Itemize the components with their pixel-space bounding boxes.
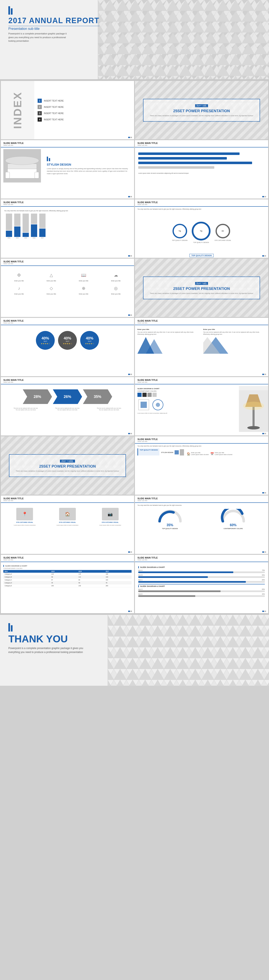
diagram-lamp-title: SLIDE MAIN TITLE [138, 379, 266, 381]
icon-item-7: ⊕ Enter your title [69, 284, 99, 295]
bar-seg-gray-3 [22, 213, 29, 232]
tq-visual-header: SLIDE MAIN TITLE Slide sub title [135, 436, 268, 444]
icons-slide: SLIDE MAIN TITLE Slide sub title ⚙ Enter… [1, 259, 134, 317]
eye-slide: SLIDE MAIN TITLE Slide sub title 📍 EYE-C… [1, 496, 134, 554]
stylish-design-row: STYLISH DESIGN [161, 449, 185, 455]
progress-label-4: Item D [138, 589, 143, 590]
stylish-content-area: STYLISH DESIGN Lorem Ipsum is simply dum… [1, 149, 134, 183]
part-three-box: PART THREE 25SET POWER PRESENTATION Ther… [9, 454, 126, 477]
tri-left: Enter your title You can not be replaced… [138, 328, 200, 355]
cover-content: 2017 ANNUAL REPORT Presentation sub titl… [8, 6, 99, 43]
table-cell-5-3: 230 [77, 584, 104, 587]
eye-box-title-3: EYE-CATCHING VISUAL [102, 522, 118, 523]
eye-box-text-1: Lorem ipsum dolor sit amet consectetur [14, 524, 36, 526]
progress-item-5: Item E 45% [138, 593, 265, 597]
table-header-col2: 2015 [50, 570, 77, 573]
icons-title: SLIDE MAIN TITLE [3, 260, 131, 263]
footer-dot [262, 492, 264, 493]
footer-dot-g [264, 492, 266, 493]
table-header-col4: 2017 [104, 570, 131, 573]
table-header: SLIDE MAIN TITLE Slide sub title [1, 555, 134, 562]
table-cell-4-2: 45 [50, 581, 77, 584]
slide-footer-11 [128, 433, 132, 434]
progress-content: SLEEK DIAGRAM & CHART Item A 75% Item B … [135, 564, 268, 601]
table-header-col3: 2016 [77, 570, 104, 573]
slide-footer-3 [128, 196, 132, 197]
index-num-4: 4 [38, 118, 42, 122]
tq-visual-content: TOP QUALITY DESIGN STYLISH DESIGN 🏠 Ente… [135, 447, 268, 456]
eye-box-3: 📷 EYE-CATCHING VISUAL Lorem ipsum dolor … [90, 508, 131, 526]
calendar-row: 📅 Enter your titleLorem ipsum dolor sit … [210, 449, 232, 455]
table-cell-2-3: 112 [77, 576, 104, 579]
table-row: Category C 67 89 102 [3, 579, 131, 581]
tri-right-text: You can not be replaced with any other t… [203, 331, 266, 336]
diagram-lamp-slide: SLIDE MAIN TITLE Slide sub title SLEEK D… [135, 377, 268, 436]
footer-dot [262, 196, 264, 197]
part-one-desc: There are many variations of passages of… [150, 115, 253, 117]
music-icon: ♪ [15, 284, 23, 293]
gauge-svg-2 [221, 509, 246, 522]
progress-label-5: Item E [138, 593, 143, 595]
svg-rect-29 [175, 450, 179, 455]
top-quality-label: TOP QUALITY DESIGN [189, 254, 213, 257]
barchart-desc: You only need this one fantastic book to… [4, 210, 131, 212]
bar-group-3: 2015 [22, 213, 29, 239]
footer-dot [128, 433, 130, 434]
circle-label-3: EYE CATCHING VISUAL [215, 240, 231, 241]
progress-bar-bg-2 [138, 576, 265, 578]
calendar-icon: 📅 [210, 452, 214, 455]
footer-dot [262, 551, 264, 553]
gauge-item-1: 35% TOP QUALITY DESIGN [157, 509, 183, 529]
tri-right-title: Enter your title [203, 328, 266, 330]
stylish-text: Lorem Ipsum is simply dummy text of the … [47, 167, 129, 175]
home-text: Enter your titleLorem ipsum dolor sit am… [191, 452, 209, 455]
progress-bar-bg-5 [138, 595, 265, 597]
hbars-slide: SLIDE MAIN TITLE Slide sub title Lorem i… [135, 140, 268, 199]
bar-chart-area: 2013 2014 2015 2016 [4, 213, 131, 239]
color-swatches [138, 393, 236, 397]
stylish-design-title: STYLISH DESIGN [47, 163, 129, 166]
circle-label-1: TOP QUALITY DESIGN [172, 240, 187, 241]
eye-box-title-2: EYE-CATCHING VISUAL [59, 522, 76, 523]
gauge-desc: You only need this one fantastic book to… [135, 504, 268, 507]
circle-ring-1: TQ [173, 224, 187, 239]
pct-slide: SLIDE MAIN TITLE Slide sub title 40% TEX… [1, 318, 134, 376]
stylish-slide: SLIDE MAIN TITLE Slide sub title [1, 140, 134, 199]
tri-right: Enter your title You can not be replaced… [203, 328, 266, 355]
stylish-bar-2 [49, 158, 50, 161]
gauge-pct-2: 60% [230, 523, 236, 527]
icon-item-8: ◎ Enter your title [101, 284, 131, 295]
swatch-gray [147, 393, 152, 397]
bar-seg-gray-4 [31, 213, 37, 224]
arrow-header: SLIDE MAIN TITLE Slide sub title [1, 377, 134, 384]
barchart-slide: SLIDE MAIN TITLE Slide sub title You onl… [1, 199, 134, 258]
eye-boxes-area: 📍 EYE-CATCHING VISUAL Lorem ipsum dolor … [1, 504, 134, 529]
circles-sub: Slide sub title [138, 204, 266, 205]
icon-label-5: Enter your title [14, 293, 24, 295]
footer-dot-g [130, 196, 132, 197]
hbars-sub: Slide sub title [138, 144, 266, 146]
data-table: Item 2015 2016 2017 Category A 123 145 1… [3, 570, 131, 587]
shield-icon: ◇ [47, 284, 56, 293]
table-cell-3-2: 67 [50, 579, 77, 581]
arrow-text-area: The text can be replaced with your own t… [1, 407, 134, 411]
arrow-text-2: The text can be replaced with your own t… [55, 407, 80, 411]
target-icon: ◎ [112, 284, 120, 293]
part-three-slide: PART THREE 25SET POWER PRESENTATION Ther… [1, 436, 134, 495]
stylish-sub-title: Slide sub title [3, 144, 131, 146]
pct-label-3: TEXT [88, 340, 91, 342]
slide-footer-12 [262, 433, 266, 434]
barchart-title: SLIDE MAIN TITLE [3, 201, 131, 204]
bar-label-2: 2014 [16, 237, 19, 239]
triangles-content: Enter your title You can not be replaced… [135, 327, 268, 356]
thankyou-logo-bar-2 [11, 625, 13, 632]
stars-3: ★★★★☆ [85, 342, 94, 345]
icon-item-2: △ Enter your title [37, 271, 66, 282]
pct-circle-3: 40% TEXT ★★★★☆ [80, 331, 99, 350]
book-icon: 📖 [79, 271, 88, 279]
circle-text-1: TQ [179, 230, 181, 232]
icon-item-4: ☁ Enter your title [101, 271, 131, 282]
gauge-slide: SLIDE MAIN TITLE Slide sub title You onl… [135, 496, 268, 554]
part-two-title: 25SET POWER PRESENTATION [150, 286, 253, 291]
table-content: SLEEK DIAGRAM & CHART CONTEMPORARY COLOR… [1, 564, 134, 589]
